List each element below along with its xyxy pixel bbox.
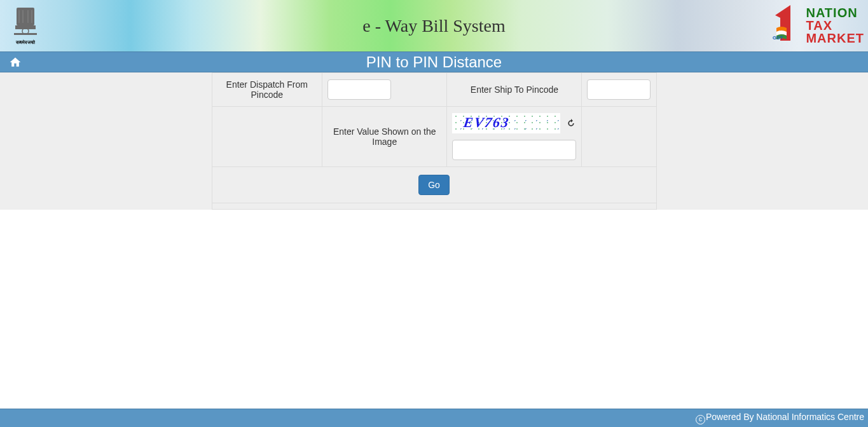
logo-text: NATION TAX MARKET <box>806 6 864 44</box>
emblem-motto: सत्यमेव जयते <box>5 40 46 45</box>
nav-bar: PIN to PIN Distance <box>0 51 868 72</box>
captcha-row: Enter Value Shown on the Image EV763 <box>212 107 656 167</box>
dispatch-label: Enter Dispatch From Pincode <box>212 73 322 107</box>
submit-row: Go <box>212 167 656 203</box>
pincode-row: Enter Dispatch From Pincode Enter Ship T… <box>212 73 656 107</box>
dispatch-pincode-input[interactable] <box>327 79 391 100</box>
captcha-text: EV763 <box>463 114 511 131</box>
captcha-image: EV763 <box>452 113 560 133</box>
logo-word-nation: NATION <box>806 6 864 19</box>
svg-text:GST: GST <box>773 35 783 41</box>
shipto-label: Enter Ship To Pincode <box>447 73 582 107</box>
captcha-input[interactable] <box>452 140 576 160</box>
page-title: PIN to PIN Distance <box>0 53 868 71</box>
svg-rect-1 <box>15 25 36 29</box>
emblem-logo: सत्यमेव जयते <box>5 3 46 48</box>
header-title: e - Way Bill System <box>362 16 505 36</box>
go-button[interactable]: Go <box>418 175 450 195</box>
refresh-captcha-icon[interactable] <box>567 119 575 128</box>
logo-one-icon: GST <box>771 3 804 49</box>
form-table: Enter Dispatch From Pincode Enter Ship T… <box>212 72 657 210</box>
spacer-row <box>212 203 656 210</box>
svg-rect-3 <box>14 33 37 35</box>
nation-tax-market-logo: GST NATION TAX MARKET <box>771 3 864 48</box>
home-icon[interactable] <box>9 56 22 69</box>
header-banner: सत्यमेव जयते e - Way Bill System GST NAT… <box>0 0 868 51</box>
logo-word-tax: TAX <box>806 19 864 32</box>
logo-word-market: MARKET <box>806 32 864 44</box>
shipto-pincode-input[interactable] <box>587 79 651 100</box>
content-area: Enter Dispatch From Pincode Enter Ship T… <box>0 72 868 210</box>
emblem-icon <box>8 3 43 38</box>
captcha-label: Enter Value Shown on the Image <box>322 107 447 167</box>
